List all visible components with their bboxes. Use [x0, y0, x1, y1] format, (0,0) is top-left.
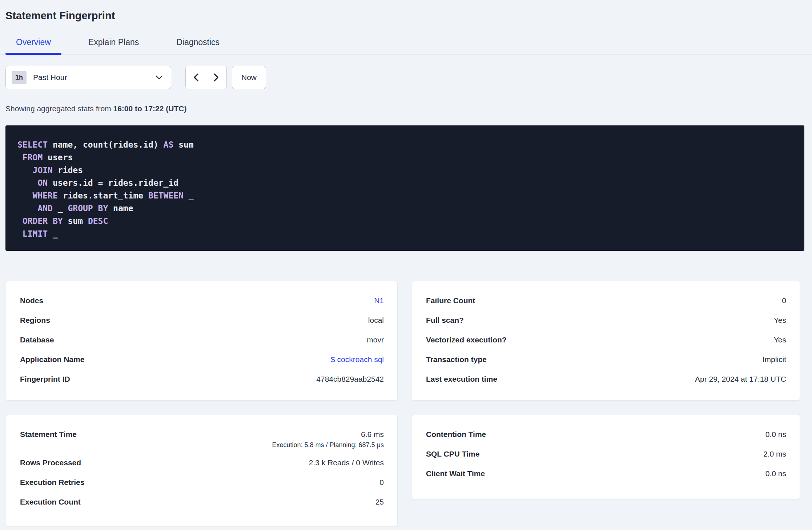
stat-value-wrap: movr [367, 330, 384, 350]
sql-keyword: LIMIT [23, 229, 48, 238]
stat-value: Implicit [763, 350, 786, 369]
chevron-down-icon [156, 75, 163, 80]
stat-value: 0.0 ns [765, 464, 786, 483]
stat-value-wrap: 2.0 ms [763, 444, 786, 464]
tab-explain-plans[interactable]: Explain Plans [78, 38, 149, 54]
stat-value-wrap: 25 [375, 492, 384, 512]
sql-token [17, 153, 23, 162]
sql-token: users [43, 153, 73, 162]
chevron-left-icon [193, 73, 199, 82]
sql-token [17, 216, 23, 226]
stat-row-sql-cpu-time: SQL CPU Time2.0 ms [426, 444, 786, 464]
sql-token [17, 165, 33, 175]
sql-token [17, 178, 37, 188]
sql-keyword: ON [37, 178, 48, 188]
sql-keyword: WHERE [33, 191, 58, 200]
stat-value-wrap: local [368, 310, 384, 330]
stat-label: Execution Retries [20, 473, 84, 492]
tab-overview[interactable]: Overview [5, 38, 61, 54]
stat-value: Yes [774, 330, 786, 350]
stat-value-wrap: Yes [774, 310, 786, 330]
stat-value-wrap: N1 [374, 291, 384, 310]
sql-token: _ [53, 204, 68, 213]
stat-value: 0.0 ns [765, 425, 786, 444]
stat-row-statement-time: Statement Time6.6 msExecution: 5.8 ms / … [20, 425, 384, 453]
sql-token: rides [53, 165, 83, 175]
stat-value-wrap: 0 [379, 473, 384, 492]
stat-label: Transaction type [426, 350, 487, 369]
sql-token: name, count(rides.id) [48, 140, 164, 149]
stat-label: Full scan? [426, 310, 464, 330]
stat-label: Nodes [20, 291, 43, 310]
time-prev-button[interactable] [186, 66, 206, 89]
statement-timing-card: Statement Time6.6 msExecution: 5.8 ms / … [6, 415, 398, 526]
time-pager [185, 66, 227, 89]
sql-keyword: AND [37, 204, 53, 213]
stat-value-wrap: Apr 29, 2024 at 17:18 UTC [695, 369, 786, 389]
stat-label: Fingerprint ID [20, 369, 70, 389]
stat-value: 0 [782, 291, 786, 310]
stat-value: 2.0 ms [763, 444, 786, 464]
application-name-link[interactable]: $ cockroach sql [331, 350, 384, 369]
time-range-badge: 1h [12, 71, 27, 84]
timing-cards-row: Statement Time6.6 msExecution: 5.8 ms / … [6, 415, 812, 526]
stat-value: 2.3 k Reads / 0 Writes [309, 453, 384, 473]
sql-keyword: DESC [88, 216, 108, 226]
stat-row-rows-processed: Rows Processed2.3 k Reads / 0 Writes [20, 453, 384, 473]
stat-value-wrap: 0 [782, 291, 786, 310]
sql-token: sum [173, 140, 193, 149]
stat-label: Rows Processed [20, 453, 81, 473]
sql-keyword: SELECT [17, 140, 48, 149]
stat-row-nodes: NodesN1 [20, 291, 384, 310]
stat-row-regions: Regionslocal [20, 310, 384, 330]
sql-line: JOIN rides [17, 164, 797, 177]
stat-label: Last execution time [426, 369, 497, 389]
sql-keyword: AS [164, 140, 174, 149]
stat-label: Contention Time [426, 425, 486, 444]
sql-token [17, 204, 37, 213]
stat-row-full-scan: Full scan?Yes [426, 310, 786, 330]
stat-label: Application Name [20, 350, 84, 369]
sql-keyword: ORDER BY [23, 216, 63, 226]
stat-label: Failure Count [426, 291, 475, 310]
stat-value-wrap: 2.3 k Reads / 0 Writes [309, 453, 384, 473]
stat-row-client-wait-time: Client Wait Time0.0 ns [426, 464, 786, 483]
nodes-link[interactable]: N1 [374, 291, 384, 310]
time-range-dropdown[interactable]: 1h Past Hour [5, 66, 171, 89]
stat-label: Statement Time [20, 425, 77, 444]
stat-label: Execution Count [20, 492, 81, 512]
stat-row-execution-retries: Execution Retries0 [20, 473, 384, 492]
stat-row-failure-count: Failure Count0 [426, 291, 786, 310]
sql-token [17, 229, 23, 238]
sql-line: ON users.id = rides.rider_id [17, 177, 797, 189]
stat-value: movr [367, 330, 384, 350]
stat-label: SQL CPU Time [426, 444, 479, 464]
stat-label: Regions [20, 310, 50, 330]
tab-bar: OverviewExplain PlansDiagnostics [0, 38, 812, 55]
sql-token: users.id = rides.rider_id [48, 178, 178, 188]
sql-line: AND _ GROUP BY name [17, 202, 797, 215]
sql-keyword: FROM [23, 153, 43, 162]
stat-row-vectorized-execution: Vectorized execution?Yes [426, 330, 786, 350]
sql-line: WHERE rides.start_time BETWEEN _ [17, 189, 797, 202]
time-controls: 1h Past Hour Now [5, 66, 812, 89]
now-button[interactable]: Now [232, 66, 266, 89]
sql-token: _ [184, 191, 194, 200]
time-next-button[interactable] [206, 66, 226, 89]
statement-details-card: NodesN1RegionslocalDatabasemovrApplicati… [6, 281, 398, 401]
sql-line: FROM users [17, 151, 797, 164]
sql-token: sum [63, 216, 88, 226]
stat-row-contention-time: Contention Time0.0 ns [426, 425, 786, 444]
sql-statement-box: SELECT name, count(rides.id) AS sum FROM… [5, 125, 804, 251]
tab-diagnostics[interactable]: Diagnostics [166, 38, 230, 54]
stat-row-last-execution-time: Last execution timeApr 29, 2024 at 17:18… [426, 369, 786, 389]
stat-value: local [368, 310, 384, 330]
stat-row-transaction-type: Transaction typeImplicit [426, 350, 786, 369]
stat-row-database: Databasemovr [20, 330, 384, 350]
stat-label: Vectorized execution? [426, 330, 507, 350]
stat-value-wrap: 0.0 ns [765, 464, 786, 483]
sql-line: SELECT name, count(rides.id) AS sum [17, 138, 797, 151]
stat-value-wrap: $ cockroach sql [331, 350, 384, 369]
wait-timing-card: Contention Time0.0 nsSQL CPU Time2.0 msC… [412, 415, 800, 499]
sql-keyword: GROUP BY [68, 204, 108, 213]
